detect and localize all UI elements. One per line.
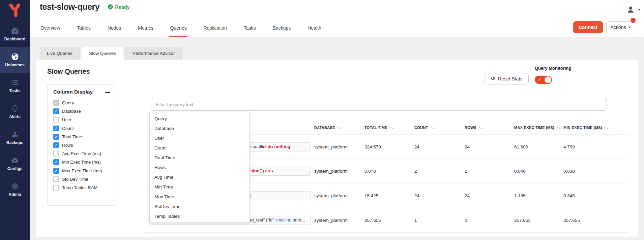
column-header-max-exec-time-ms[interactable]: MAX EXEC TIME (MS) [514, 121, 561, 134]
universe-header: test-slow-query Ready OverviewTablesNode… [30, 0, 644, 37]
sidebar-item-alerts[interactable]: Alerts [0, 99, 30, 125]
checkbox[interactable] [53, 168, 59, 174]
universe-nav-tabs: OverviewTablesNodesMetricsQueriesReplica… [40, 22, 322, 37]
tab-replication[interactable]: Replication [203, 22, 227, 37]
sort-carets-icon [604, 126, 609, 129]
column-option-temp-tables-ram[interactable]: Temp Tables RAM [48, 183, 115, 192]
column-header-total-time[interactable]: TOTAL TIME [364, 121, 394, 134]
dropdown-item-rows[interactable]: Rows [150, 163, 250, 172]
column-option-user[interactable]: User [48, 115, 115, 124]
column-header-label: MIN EXEC TIME (MS) [563, 126, 602, 130]
dropdown-item-count[interactable]: Count [150, 143, 250, 153]
column-option-max-exec-time-ms[interactable]: Max Exec Time (ms) [48, 167, 115, 175]
column-option-avg-exec-time-ms[interactable]: Avg Exec Time (ms) [48, 149, 115, 158]
checkbox[interactable] [53, 126, 59, 131]
checkbox-label: Count [62, 126, 74, 131]
sidebar-item-dashboard[interactable]: Dashboard [0, 21, 30, 47]
cloud-upload-icon [10, 156, 20, 165]
sidebar-item-label: Backups [6, 140, 23, 145]
query-monitoring-toggle[interactable]: ✓ [535, 76, 552, 84]
column-display-options: Query Database User Count Total [48, 99, 115, 192]
connect-button[interactable]: Connect [573, 21, 603, 33]
dropdown-item-stddev-time[interactable]: StdDev Time [150, 202, 250, 211]
dropdown-item-user[interactable]: User [150, 133, 250, 143]
reset-stats-button[interactable]: ↺ Reset Stats [485, 73, 529, 84]
column-header-rows[interactable]: ROWS [465, 121, 483, 134]
column-option-min-exec-time-ms[interactable]: Min Exec Time (ms) [48, 158, 115, 166]
sidebar-item-admin[interactable]: Admin [0, 176, 30, 202]
tab-tables[interactable]: Tables [76, 22, 91, 37]
column-option-total-time[interactable]: Total Time [48, 133, 115, 141]
dropdown-item-min-time[interactable]: Min Time [150, 182, 250, 192]
checkbox[interactable] [53, 176, 59, 182]
tab-backups[interactable]: Backups [272, 22, 292, 37]
slow-queries-panel: Slow Queries ↺ Reset Stats Query Monitor… [36, 60, 638, 237]
sidebar-item-label: Alerts [9, 114, 21, 119]
sidebar-item-universes[interactable]: Universes [0, 47, 30, 73]
column-display-title: Column Display [53, 89, 93, 95]
checkbox[interactable] [53, 100, 59, 106]
cell-database: system_platform [314, 135, 348, 159]
checkbox[interactable] [53, 108, 59, 114]
query-monitoring-label: Query Monitoring [535, 66, 571, 71]
checkbox-label: Database [62, 109, 81, 114]
collapse-minus-icon[interactable] [105, 92, 110, 93]
dropdown-item-database[interactable]: Database [150, 124, 250, 133]
cell-min-exec-time-ms: 357.655 [563, 208, 580, 233]
column-header-database[interactable]: DATABASE [314, 121, 342, 134]
checkbox[interactable] [53, 151, 59, 157]
cell-count: 24 [414, 183, 419, 208]
tab-tasks[interactable]: Tasks [243, 22, 257, 37]
dropdown-item-max-time[interactable]: Max Time [150, 192, 250, 202]
query-sql-fragment: n conflict do nothing [249, 144, 290, 149]
checkbox[interactable] [53, 159, 59, 165]
title-row: test-slow-query Ready [40, 2, 130, 12]
actions-button[interactable]: Actions [606, 21, 635, 33]
gauge-icon [10, 26, 20, 35]
column-option-count[interactable]: Count [48, 124, 115, 133]
dropdown-item-avg-time[interactable]: Avg Time [150, 172, 250, 182]
reset-icon: ↺ [491, 76, 495, 81]
subtab-live-queries[interactable]: Live Queries [40, 47, 80, 60]
toggle-check-icon: ✓ [538, 77, 541, 82]
column-option-database[interactable]: Database [48, 107, 115, 115]
column-header-min-exec-time-ms[interactable]: MIN EXEC TIME (MS) [563, 121, 609, 134]
reset-stats-label: Reset Stats [498, 76, 522, 81]
tab-metrics[interactable]: Metrics [137, 22, 154, 37]
tab-health[interactable]: Health [307, 22, 322, 37]
user-avatar-icon [626, 5, 635, 14]
check-circle-icon [108, 4, 113, 9]
dropdown-item-total-time[interactable]: Total Time [150, 153, 250, 163]
query-filter-input[interactable] [151, 98, 607, 111]
column-option-rows[interactable]: Rows [48, 141, 115, 149]
column-header-count[interactable]: COUNT [414, 121, 435, 134]
checkbox[interactable] [53, 185, 59, 191]
cell-rows: 24 [465, 135, 470, 159]
column-option-query[interactable]: Query [48, 99, 115, 107]
sidebar-item-label: Tasks [9, 89, 20, 93]
checkbox-label: Avg Exec Time (ms) [62, 151, 101, 156]
column-header-label: TOTAL TIME [364, 126, 387, 130]
yugabyte-logo-icon[interactable] [7, 2, 22, 19]
sidebar-item-backups[interactable]: Backups [0, 125, 30, 150]
sidebar-item-label: Dashboard [4, 37, 26, 41]
subtab-slow-queries[interactable]: Slow Queries [82, 47, 123, 60]
tab-nodes[interactable]: Nodes [107, 22, 122, 37]
checkbox[interactable] [53, 117, 59, 123]
checkbox[interactable] [53, 134, 59, 140]
user-menu[interactable] [619, 2, 641, 16]
dropdown-item-temp-tables[interactable]: Temp Tables [150, 211, 250, 221]
toggle-knob [545, 76, 551, 83]
vertical-divider [134, 84, 134, 237]
dropdown-item-query[interactable]: Query [150, 114, 250, 124]
column-option-std-dev-time[interactable]: Std Dev Time [48, 175, 115, 183]
tab-overview[interactable]: Overview [40, 22, 61, 37]
sidebar-item-label: Configs [7, 166, 23, 171]
sidebar-item-configs[interactable]: Configs [0, 150, 30, 176]
subtab-performance-advisor[interactable]: Performance Advisor [125, 47, 182, 60]
sidebar: Dashboard Universes Tasks Alerts Backups… [0, 0, 30, 240]
sidebar-item-tasks[interactable]: Tasks [0, 73, 30, 99]
checkbox[interactable] [53, 142, 59, 148]
tab-queries[interactable]: Queries [169, 22, 187, 37]
task-list-icon [11, 78, 19, 87]
